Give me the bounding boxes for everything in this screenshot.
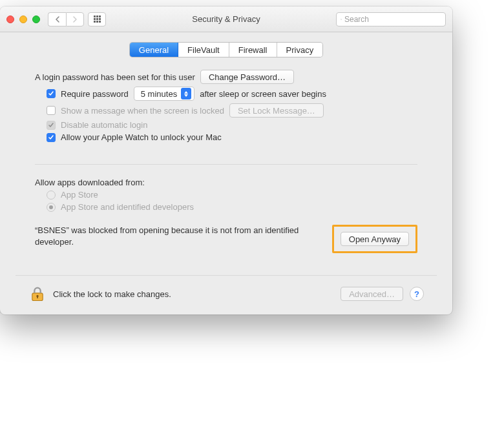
maximize-icon[interactable] xyxy=(32,15,40,23)
blocked-app-message: “BSNES” was blocked from opening because… xyxy=(35,225,323,247)
advanced-button[interactable]: Advanced… xyxy=(341,287,403,301)
apple-watch-label: Allow your Apple Watch to unlock your Ma… xyxy=(61,132,222,142)
help-button[interactable]: ? xyxy=(410,287,424,301)
titlebar: Security & Privacy xyxy=(0,6,452,32)
stepper-icon xyxy=(181,88,191,99)
open-anyway-highlight: Open Anyway xyxy=(332,225,417,253)
password-delay-value: 5 minutes xyxy=(141,89,177,99)
back-button[interactable] xyxy=(48,12,66,26)
forward-button[interactable] xyxy=(66,12,84,26)
login-password-text: A login password has been set for this u… xyxy=(35,72,195,82)
login-section: A login password has been set for this u… xyxy=(16,70,437,158)
content-area: General FileVault Firewall Privacy A log… xyxy=(0,32,452,315)
allow-apps-section: Allow apps downloaded from: App Store Ap… xyxy=(16,178,437,212)
require-password-label: Require password xyxy=(61,89,129,99)
tab-filevault[interactable]: FileVault xyxy=(178,43,229,57)
grid-icon xyxy=(94,15,101,23)
disable-auto-login-label: Disable automatic login xyxy=(61,120,147,130)
show-message-checkbox[interactable] xyxy=(47,106,56,115)
lock-icon[interactable] xyxy=(28,285,47,303)
apple-watch-checkbox[interactable] xyxy=(47,133,56,142)
search-icon xyxy=(341,15,342,23)
after-sleep-label: after sleep or screen saver begins xyxy=(200,89,326,99)
identified-devs-radio[interactable] xyxy=(47,203,56,212)
tab-firewall[interactable]: Firewall xyxy=(229,43,277,57)
tab-privacy[interactable]: Privacy xyxy=(277,43,323,57)
set-lock-message-button[interactable]: Set Lock Message… xyxy=(229,103,324,118)
app-store-radio[interactable] xyxy=(47,191,56,200)
open-anyway-button[interactable]: Open Anyway xyxy=(341,232,409,246)
toolbar-nav xyxy=(48,12,106,26)
window-controls xyxy=(6,15,40,23)
search-field[interactable] xyxy=(336,12,446,26)
search-input[interactable] xyxy=(344,15,441,24)
allow-apps-title: Allow apps downloaded from: xyxy=(35,178,145,187)
app-store-label: App Store xyxy=(61,190,98,200)
preferences-window: Security & Privacy General FileVault Fir… xyxy=(0,6,452,315)
footer: Click the lock to make changes. Advanced… xyxy=(16,275,437,315)
tab-general[interactable]: General xyxy=(130,43,178,57)
show-message-label: Show a message when the screen is locked xyxy=(61,106,224,116)
minimize-icon[interactable] xyxy=(19,15,27,23)
blocked-app-row: “BSNES” was blocked from opening because… xyxy=(16,214,437,253)
require-password-checkbox[interactable] xyxy=(47,89,56,98)
password-delay-select[interactable]: 5 minutes xyxy=(134,87,194,101)
svg-rect-4 xyxy=(37,296,38,299)
disable-auto-login-checkbox[interactable] xyxy=(47,121,56,130)
change-password-button[interactable]: Change Password… xyxy=(200,70,294,84)
show-all-button[interactable] xyxy=(88,12,106,26)
close-icon[interactable] xyxy=(6,15,14,23)
lock-text: Click the lock to make changes. xyxy=(53,289,334,299)
divider xyxy=(35,164,417,165)
tab-bar: General FileVault Firewall Privacy xyxy=(16,43,437,57)
svg-line-1 xyxy=(341,19,342,20)
identified-devs-label: App Store and identified developers xyxy=(61,202,194,212)
